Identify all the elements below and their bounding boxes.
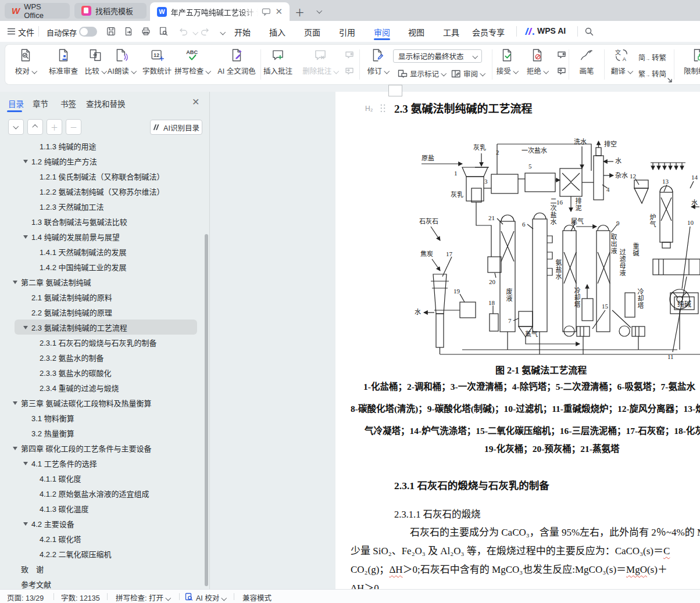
toc-expand-icon[interactable]	[23, 235, 28, 241]
ai-recognize-toc-button[interactable]: AI识别目录	[150, 120, 202, 135]
toc-item[interactable]: 2.2 氨碱法制纯碱的原理	[0, 304, 203, 320]
toc-item[interactable]: 第三章 氨碱法碳化工段物料及热量衡算	[0, 395, 203, 410]
print-icon[interactable]	[141, 26, 151, 37]
traditional-to-simplified-button[interactable]: 繁→转简	[638, 68, 666, 79]
document-page[interactable]: H₂ 2.3 氨碱法制纯碱的工艺流程	[335, 92, 700, 589]
toc-item[interactable]: 4.1.3 碳化温度	[0, 501, 203, 516]
toc-item[interactable]: 1.1.3 纯碱的用途	[0, 138, 203, 153]
autosave-toggle[interactable]	[79, 27, 97, 37]
toc-item[interactable]: 1.2 纯碱的生产方法	[0, 153, 203, 168]
body-text-line: CO₂(g)；ΔH＞0;石灰石中含有的 MgCO₃也发生反应:MgCO₃(s)＝…	[351, 561, 667, 576]
spellcheck-status[interactable]: 拼写检查: 打开	[116, 592, 170, 603]
toc-item[interactable]: 1.2.1 侯氏制碱法（又称联合制碱法）	[0, 168, 203, 184]
toc-item[interactable]: 3.1 物料衡算	[0, 410, 203, 425]
toc-item[interactable]: 4.1 工艺条件的选择	[0, 455, 203, 471]
toc-item[interactable]: 2.3.2 氨盐水的制备	[0, 350, 203, 365]
expand-group-icon[interactable]	[667, 77, 673, 83]
undo-icon[interactable]	[178, 26, 188, 37]
toc-item[interactable]: 4.2.2 二氧化碳压缩机	[0, 546, 203, 561]
diagram-label: 水	[691, 199, 698, 206]
toc-item[interactable]: 2.3 氨碱法制纯碱的工艺流程	[15, 320, 197, 335]
toc-item[interactable]: 2.1 氨碱法制纯碱的原料	[0, 289, 203, 304]
show-markup-button[interactable]: 显示标记	[398, 68, 446, 79]
zoom-in-toc-button[interactable]: ＋	[47, 119, 62, 135]
toc-expand-icon[interactable]	[23, 522, 28, 528]
review-pane-button[interactable]: 审阅	[451, 68, 485, 79]
save-icon[interactable]	[106, 26, 116, 37]
menu-item-tools[interactable]: 工具	[443, 26, 459, 38]
menu-item-page[interactable]: 页面	[304, 26, 320, 38]
collapse-all-button[interactable]	[8, 119, 24, 135]
toc-expand-icon[interactable]	[23, 160, 28, 166]
menu-item-insert[interactable]: 插入	[269, 26, 285, 38]
menu-item-member[interactable]: 会员专享	[472, 26, 505, 38]
menu-item-home[interactable]: 开始	[234, 26, 251, 38]
ai-proofread-status[interactable]: AI 校对	[196, 592, 226, 603]
ai-polish-button[interactable]: AI 全文润色	[208, 48, 266, 76]
hamburger-icon[interactable]	[7, 27, 16, 35]
sidebar-close-icon[interactable]: ✕	[192, 96, 199, 107]
toc-expand-icon[interactable]	[13, 281, 17, 286]
toc-item[interactable]: 4.2 主要设备	[0, 516, 203, 531]
expand-all-button[interactable]	[27, 119, 43, 135]
diagram-label-vertical: 二次盐水	[548, 198, 558, 225]
toc-expand-icon[interactable]	[13, 447, 17, 453]
insert-comment-button[interactable]: 插入批注	[259, 48, 297, 76]
toc-item[interactable]: 1.4 纯碱的发展前景与展望	[0, 229, 203, 244]
tab-docer-templates[interactable]: 找稻壳模板	[74, 3, 147, 19]
body-text-line: 石灰石的主要成分为 CaCO₃，含量 95%左右，此外尚有 2％~4%的 M	[410, 524, 700, 539]
toc-item[interactable]: 第四章 碳化工段的工艺条件与主要设备	[0, 440, 203, 455]
quick-access-chevron-icon[interactable]	[220, 30, 226, 35]
search-icon[interactable]	[584, 27, 594, 36]
reject-button[interactable]: 拒绝	[519, 48, 556, 76]
menu-file[interactable]: 文件	[18, 26, 34, 38]
toc-item[interactable]: 4.2.1 碳化塔	[0, 531, 203, 546]
tab-wps-office[interactable]: W WPS Office	[5, 3, 70, 19]
comment-bubble-icon[interactable]	[262, 8, 271, 16]
sidebar-tab-chapters[interactable]: 章节	[33, 98, 48, 109]
translate-button[interactable]: 文A 翻译	[603, 48, 640, 76]
track-changes-button[interactable]: 修订	[360, 48, 395, 76]
toc-item[interactable]: 参考文献	[0, 576, 203, 589]
toc-item[interactable]: 1.2.3 天然碱加工法	[0, 199, 203, 214]
menu-item-view[interactable]: 视图	[408, 26, 424, 38]
zoom-out-toc-button[interactable]: －	[66, 119, 81, 135]
toc-item[interactable]: 3.2 热量衡算	[0, 425, 203, 440]
toc-expand-icon[interactable]	[23, 326, 28, 332]
close-tab-icon[interactable]: ✕	[275, 6, 283, 17]
sidebar-tab-find-replace[interactable]: 查找和替换	[86, 98, 126, 109]
simplified-to-traditional-button[interactable]: 简→转繁	[638, 52, 666, 63]
toc-item[interactable]: 2.3.3 氨盐水的碳酸化	[0, 365, 203, 380]
tab-document[interactable]: W 年产五万吨纯碱工艺设计 计算 ✕	[150, 2, 290, 21]
menu-item-reference[interactable]: 引用	[339, 26, 355, 38]
group-divider	[359, 49, 360, 80]
restrict-editing-button[interactable]: 限制编辑	[675, 48, 700, 76]
toc-item[interactable]: 4.1.1 碳化度	[0, 471, 203, 486]
sidebar-scrollbar[interactable]	[205, 234, 208, 586]
toc-expand-icon[interactable]	[13, 401, 17, 407]
sidebar-tab-bookmarks[interactable]: 书签	[60, 98, 76, 109]
undo-chevron-icon[interactable]	[193, 30, 198, 35]
toc-expand-icon[interactable]	[23, 462, 28, 468]
restrict-editing-icon	[691, 48, 700, 63]
menu-item-review[interactable]: 审阅	[374, 26, 390, 38]
export-icon[interactable]	[123, 26, 134, 37]
markup-state-select[interactable]: 显示标记的最终状态	[393, 49, 482, 63]
toc-item[interactable]: 1.4.2 中国纯碱工业的发展	[0, 259, 203, 274]
drag-handle-icon[interactable]	[380, 103, 386, 113]
toc-item[interactable]: 第二章 氨碱法制纯碱	[0, 274, 203, 289]
new-tab-icon[interactable]: ＋	[295, 5, 305, 19]
toc-item[interactable]: 致 谢	[0, 561, 203, 576]
sidebar-tab-contents[interactable]: 目录	[8, 98, 24, 109]
toc-item[interactable]: 1.4.1 天然碱制碱法的发展	[0, 244, 203, 259]
print-preview-icon[interactable]	[158, 26, 169, 37]
toc-item[interactable]: 2.3.1 石灰石的煅烧与石灰乳的制备	[0, 335, 203, 350]
wps-ai-label[interactable]: WPS AI	[537, 26, 566, 35]
redo-icon[interactable]	[200, 26, 210, 37]
divider	[107, 593, 108, 600]
toc-item[interactable]: 2.3.4 重碱的过滤与煅烧	[0, 380, 203, 395]
tab-list-chevron-icon[interactable]	[317, 8, 322, 13]
toc-item[interactable]: 1.3 联合制碱法与氨碱法比较	[0, 214, 203, 229]
toc-item[interactable]: 1.2.2 氨碱法制纯碱（又称苏尔维法）	[0, 184, 203, 199]
toc-item[interactable]: 4.1.2 原始氨盐水溶液的适宜组成	[0, 486, 203, 501]
